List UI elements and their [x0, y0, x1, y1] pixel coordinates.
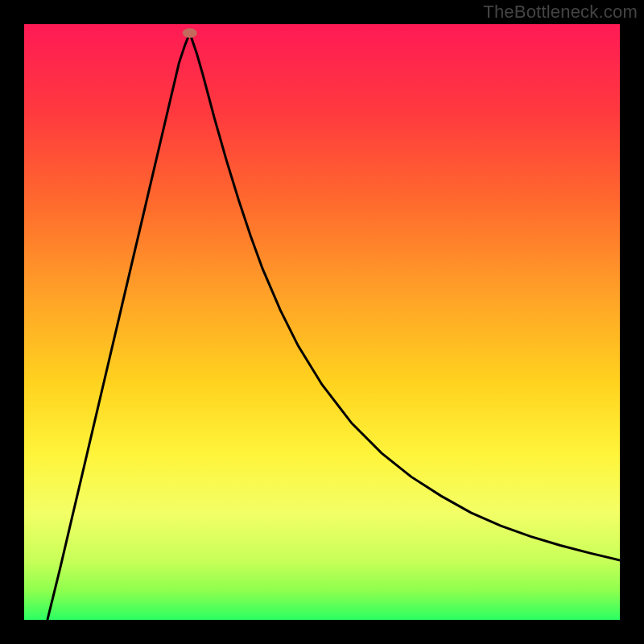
chart-frame: TheBottleneck.com — [0, 0, 644, 644]
optimum-marker — [183, 28, 197, 38]
attribution-label: TheBottleneck.com — [483, 2, 638, 23]
chart-canvas — [24, 24, 620, 620]
gradient-background — [24, 24, 620, 620]
plot-area — [24, 24, 620, 620]
